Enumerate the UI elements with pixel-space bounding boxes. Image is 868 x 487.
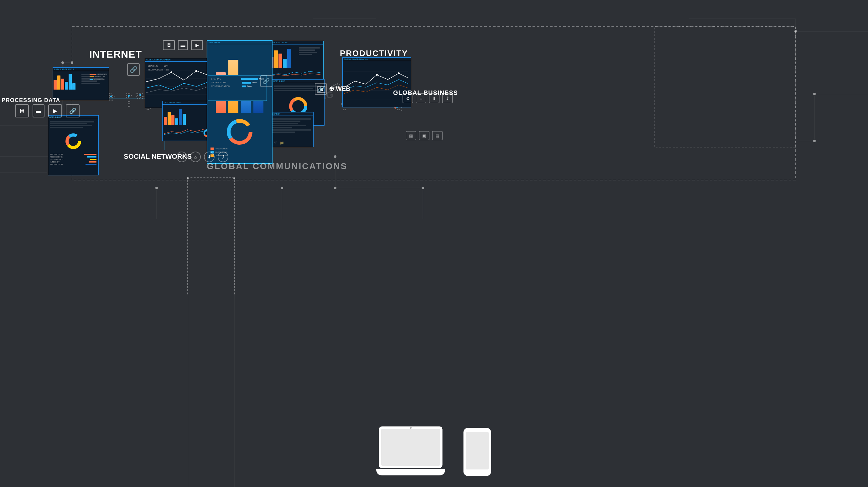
svg-rect-120: [142, 98, 143, 99]
svg-point-48: [195, 70, 197, 72]
svg-rect-114: [142, 96, 143, 97]
svg-rect-124: [147, 109, 148, 110]
ri-icon-2[interactable]: ▣: [419, 131, 430, 140]
svg-text:SHARING_____90%: SHARING_____90%: [148, 65, 168, 67]
svg-rect-111: [137, 95, 138, 96]
social-icon-1[interactable]: ⚙: [176, 152, 187, 162]
svg-rect-85: [112, 97, 113, 98]
svg-rect-118: [139, 98, 140, 99]
social-icon-4[interactable]: ⤴: [218, 152, 228, 162]
svg-point-27: [71, 61, 73, 64]
global-business-icons-row: ⚙ ⌂ ⬇ ⤴: [403, 93, 453, 103]
link-icon-center[interactable]: 🔗: [260, 75, 272, 87]
svg-point-70: [376, 74, 378, 76]
svg-rect-83: [109, 97, 110, 98]
top-devices-row: 🖥 ▬ ▶: [163, 40, 203, 50]
sharing-stats-panel: SHARING 90% TECHNOLOGY 46% COMMUNICATION…: [208, 75, 267, 101]
svg-point-129: [140, 94, 141, 96]
gb-icon-4[interactable]: ⤴: [442, 93, 453, 103]
svg-rect-126: [150, 108, 151, 109]
svg-rect-106: [137, 93, 138, 94]
svg-point-65: [294, 102, 303, 110]
svg-point-54: [234, 126, 246, 138]
processing-data-label: PROCESSING DATA: [2, 97, 60, 104]
phone-device: [462, 427, 492, 478]
gb-icon-3[interactable]: ⬇: [429, 93, 439, 103]
svg-point-219: [475, 472, 478, 475]
svg-rect-86: [114, 96, 115, 97]
svg-rect-133: [337, 83, 338, 85]
ri-icon-1[interactable]: ▦: [406, 131, 416, 140]
svg-point-32: [281, 187, 283, 189]
bottom-connection-line: [187, 177, 234, 177]
svg-rect-92: [129, 93, 130, 94]
svg-rect-76: [111, 93, 112, 94]
productivity-label: PRODUCTIVITY: [340, 48, 408, 58]
video-icon-top[interactable]: ▶: [191, 40, 203, 50]
monitor-icon-left[interactable]: 🖥: [15, 104, 29, 118]
internet-label: INTERNET: [89, 48, 142, 60]
tablet-icon-top[interactable]: ▬: [178, 40, 188, 50]
svg-rect-110: [136, 96, 136, 97]
social-icon-2[interactable]: ⌂: [190, 152, 201, 162]
svg-rect-101: [128, 103, 129, 104]
svg-rect-98: [128, 97, 129, 98]
gb-icon-2[interactable]: ⌂: [416, 93, 426, 103]
svg-point-216: [410, 427, 412, 429]
svg-point-34: [334, 187, 336, 189]
svg-rect-99: [128, 101, 129, 102]
svg-point-28: [795, 30, 797, 33]
panel-header-dp-left: DATA PROCESSING: [53, 68, 109, 71]
gb-icon-1[interactable]: ⚙: [403, 93, 413, 103]
video-icon-left[interactable]: ▶: [48, 104, 62, 118]
web-link-icon[interactable]: 🔗: [315, 83, 327, 95]
svg-point-47: [170, 71, 172, 73]
svg-rect-100: [129, 101, 130, 102]
svg-rect-89: [112, 100, 113, 100]
svg-rect-125: [148, 109, 149, 110]
svg-point-71: [398, 72, 400, 74]
svg-rect-96: [131, 95, 132, 96]
monitor-icon-top[interactable]: 🖥: [163, 40, 175, 50]
svg-rect-105: [136, 93, 136, 94]
global-communications-label: GLOBAL COMMUNICATIONS: [207, 161, 347, 171]
link-icon-left[interactable]: 🔗: [127, 63, 140, 76]
svg-rect-152: [345, 109, 346, 110]
data-processing-panel-left: DATA PROCESSING PRODUCTION PROCESSING DI…: [53, 67, 109, 100]
tablet-icon-left[interactable]: ▬: [33, 104, 44, 118]
svg-rect-87: [109, 100, 110, 100]
right-icons-row-2: ▦ ▣ ▤: [406, 131, 443, 140]
social-icon-3[interactable]: ⬇: [204, 152, 215, 162]
svg-rect-200: [399, 109, 400, 110]
productivity-panel-right: GLOBAL COMMUNICATION: [342, 57, 411, 107]
ri-icon-3[interactable]: ▤: [432, 131, 443, 140]
svg-rect-79: [109, 95, 110, 96]
svg-point-33: [334, 155, 336, 158]
svg-rect-103: [128, 106, 129, 107]
svg-rect-75: [109, 93, 110, 94]
svg-point-35: [422, 187, 424, 189]
svg-rect-215: [381, 429, 440, 466]
dashed-line-right: [234, 177, 235, 294]
data-sheet-panel-left: DATA SHEET PRODUCTION PROCESSING DISTRIB…: [48, 115, 99, 175]
svg-text:TECHNOLOGY_46%: TECHNOLOGY_46%: [148, 69, 169, 71]
center-chart-panel: DATA SHEET PRODUCTION PROCESSING DISTRIB…: [207, 40, 273, 164]
svg-rect-90: [126, 93, 127, 94]
svg-point-30: [813, 140, 816, 142]
bottom-devices-container: [376, 425, 492, 478]
data-processing-panel-center: DATA PROCESSING: [162, 101, 214, 141]
svg-rect-97: [126, 97, 127, 98]
svg-rect-218: [466, 432, 489, 469]
svg-rect-108: [140, 93, 141, 94]
svg-rect-102: [129, 103, 130, 104]
svg-point-127: [110, 96, 112, 97]
svg-point-128: [128, 95, 130, 97]
svg-rect-199: [397, 109, 398, 110]
link-icon-device[interactable]: 🔗: [66, 104, 80, 118]
svg-rect-119: [140, 97, 141, 98]
dashed-line-left: [187, 177, 188, 294]
svg-rect-93: [126, 95, 127, 96]
data-processing-panel-top-center: DATA PROCESSING: [269, 41, 323, 81]
svg-rect-91: [128, 93, 129, 94]
svg-rect-117: [137, 98, 138, 99]
